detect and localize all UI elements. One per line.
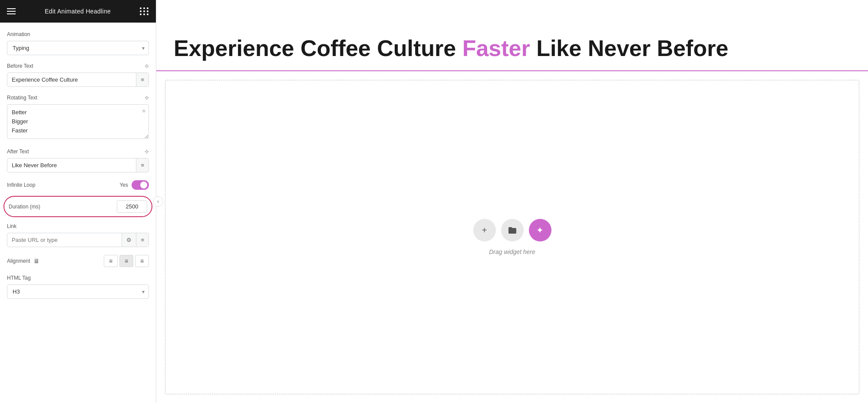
- headline-section: Experience Coffee Culture Faster Like Ne…: [156, 0, 868, 71]
- rotating-text-label: Rotating Text: [7, 95, 37, 101]
- align-center-button[interactable]: ≡: [119, 255, 133, 267]
- link-list-icon[interactable]: ≡: [136, 233, 149, 247]
- after-text-list-icon[interactable]: ≡: [136, 159, 149, 172]
- link-label: Link: [7, 223, 17, 229]
- alignment-label-text: Alignment: [7, 258, 30, 264]
- infinite-loop-yes-label: Yes: [119, 182, 128, 188]
- after-text-row: After Text ⊹ ≡: [7, 149, 149, 172]
- grid-icon[interactable]: [140, 7, 149, 15]
- animation-row: Animation Typing Fade Slide ▾: [7, 31, 149, 55]
- after-text-input[interactable]: [7, 159, 136, 172]
- infinite-loop-toggle[interactable]: [132, 180, 149, 190]
- duration-row: Duration (ms): [7, 198, 149, 215]
- collapse-panel-button[interactable]: ‹: [153, 196, 163, 207]
- folder-button[interactable]: [501, 219, 524, 241]
- alignment-buttons: ≡ ≡ ≡: [104, 255, 149, 267]
- align-right-button[interactable]: ≡: [135, 255, 149, 267]
- duration-label: Duration (ms): [9, 204, 40, 210]
- html-tag-select[interactable]: H1 H2 H3 H4 H5 H6: [7, 284, 149, 299]
- before-text-list-icon[interactable]: ≡: [136, 73, 149, 86]
- align-left-button[interactable]: ≡: [104, 255, 118, 267]
- link-input[interactable]: [7, 233, 122, 247]
- animation-select[interactable]: Typing Fade Slide: [7, 41, 149, 55]
- before-text-label: Before Text: [7, 63, 33, 69]
- link-input-group: ⚙ ≡: [7, 233, 149, 247]
- animation-label: Animation: [7, 31, 30, 37]
- duration-input[interactable]: [117, 200, 147, 213]
- canvas-area: Experience Coffee Culture Faster Like Ne…: [156, 0, 868, 403]
- html-tag-row: HTML Tag H1 H2 H3 H4 H5 H6 ▾: [7, 275, 149, 299]
- monitor-icon: 🖥: [33, 258, 40, 264]
- infinite-loop-label: Infinite Loop: [7, 182, 35, 188]
- headline-after-text: Like Never Before: [536, 36, 728, 61]
- rotating-move-icon[interactable]: ⊹: [145, 95, 149, 101]
- sparkle-button[interactable]: ✦: [529, 219, 551, 241]
- drag-label: Drag widget here: [489, 248, 535, 255]
- before-text-row: Before Text ⊹ ≡: [7, 63, 149, 87]
- rotating-text-row: Rotating Text ⊹ Better Bigger Faster ≡: [7, 95, 149, 141]
- panel-title: Edit Animated Headline: [45, 8, 111, 15]
- before-text-input[interactable]: [7, 73, 136, 86]
- rotating-text-textarea[interactable]: Better Bigger Faster: [7, 104, 149, 139]
- after-text-input-wrapper: ≡: [7, 158, 149, 172]
- html-tag-label: HTML Tag: [7, 275, 31, 281]
- after-text-move-icon[interactable]: ⊹: [145, 149, 149, 155]
- alignment-row: Alignment 🖥 ≡ ≡ ≡: [7, 255, 149, 267]
- infinite-loop-toggle-group: Yes: [119, 180, 149, 190]
- headline-before-text: Experience Coffee Culture: [174, 36, 462, 61]
- headline-text: Experience Coffee Culture Faster Like Ne…: [174, 35, 851, 62]
- headline-rotating-text: Faster: [462, 36, 530, 61]
- move-icon[interactable]: ⊹: [145, 63, 149, 69]
- panel-header: Edit Animated Headline: [0, 0, 156, 23]
- rotating-text-textarea-wrapper: Better Bigger Faster ≡: [7, 104, 149, 141]
- rotating-text-list-icon[interactable]: ≡: [142, 108, 145, 114]
- hamburger-icon[interactable]: [7, 8, 16, 14]
- after-text-label: After Text: [7, 149, 29, 155]
- link-row: Link ⚙ ≡: [7, 223, 149, 247]
- panel-body: Animation Typing Fade Slide ▾ Before Tex…: [0, 23, 156, 403]
- animation-select-wrapper: Typing Fade Slide ▾: [7, 41, 149, 55]
- infinite-loop-row: Infinite Loop Yes: [7, 180, 149, 190]
- left-panel: Edit Animated Headline Animation Typing …: [0, 0, 156, 403]
- before-text-input-wrapper: ≡: [7, 73, 149, 87]
- link-gear-icon[interactable]: ⚙: [122, 233, 136, 247]
- drag-buttons: + ✦: [473, 219, 551, 241]
- add-widget-button[interactable]: +: [473, 219, 496, 241]
- drag-section: + ✦ Drag widget here: [165, 80, 859, 394]
- html-tag-select-wrapper: H1 H2 H3 H4 H5 H6 ▾: [7, 284, 149, 299]
